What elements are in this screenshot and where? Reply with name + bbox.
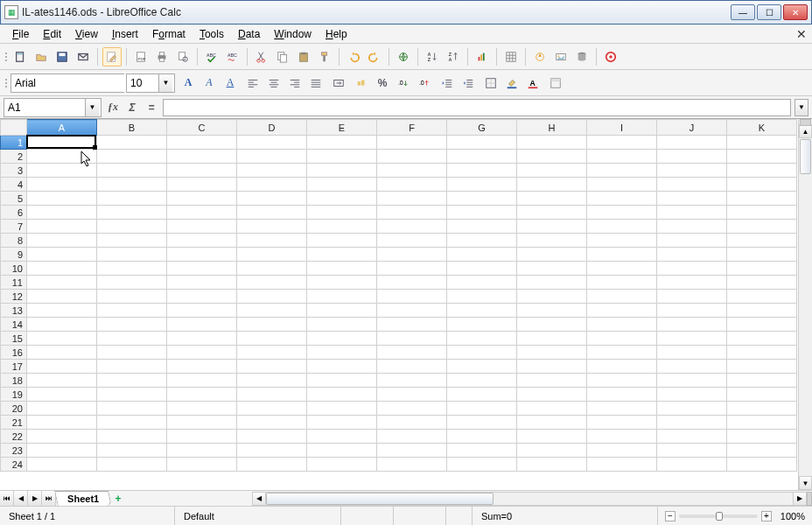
cell[interactable] (727, 192, 797, 206)
column-header[interactable]: B (97, 120, 167, 136)
cell[interactable] (27, 318, 97, 332)
cell[interactable] (517, 304, 587, 318)
save-button[interactable] (52, 47, 72, 66)
cell[interactable] (727, 304, 797, 318)
tab-last-button[interactable]: ⏭ (42, 491, 56, 506)
cell[interactable] (307, 444, 377, 458)
cell[interactable] (587, 136, 657, 150)
row-header[interactable]: 15 (1, 332, 27, 346)
row-header[interactable]: 13 (1, 304, 27, 318)
cell[interactable] (307, 388, 377, 402)
cell[interactable] (587, 290, 657, 304)
cell[interactable] (307, 234, 377, 248)
cell[interactable] (167, 262, 237, 276)
cell[interactable] (447, 346, 517, 360)
cell[interactable] (377, 192, 447, 206)
column-header[interactable]: C (167, 120, 237, 136)
cell[interactable] (167, 374, 237, 388)
cell[interactable] (587, 458, 657, 472)
cell[interactable] (97, 402, 167, 416)
cell[interactable] (447, 220, 517, 234)
cell[interactable] (587, 346, 657, 360)
new-document-button[interactable] (10, 47, 30, 66)
zoom-slider[interactable] (679, 514, 758, 518)
row-header[interactable]: 5 (1, 192, 27, 206)
cell[interactable] (237, 178, 307, 192)
cell[interactable] (377, 332, 447, 346)
format-paintbrush-button[interactable] (315, 47, 334, 66)
copy-button[interactable] (273, 47, 292, 66)
menu-view[interactable]: View (68, 26, 105, 42)
cell[interactable] (27, 332, 97, 346)
cell[interactable] (27, 444, 97, 458)
cell[interactable] (167, 332, 237, 346)
cell[interactable] (517, 374, 587, 388)
merge-cells-button[interactable] (329, 74, 348, 93)
row-header[interactable]: 7 (1, 220, 27, 234)
cell[interactable] (587, 318, 657, 332)
cell[interactable] (237, 458, 307, 472)
open-button[interactable] (32, 47, 51, 66)
cell[interactable] (657, 178, 727, 192)
row-header[interactable]: 6 (1, 206, 27, 220)
row-header[interactable]: 23 (1, 444, 27, 458)
row-header[interactable]: 3 (1, 164, 27, 178)
cell[interactable] (727, 136, 797, 150)
percent-button[interactable]: % (373, 74, 392, 93)
cell[interactable] (447, 304, 517, 318)
row-header[interactable]: 16 (1, 346, 27, 360)
scroll-up-button[interactable]: ▲ (799, 124, 812, 138)
cell[interactable] (167, 346, 237, 360)
cell[interactable] (727, 178, 797, 192)
cell[interactable] (447, 402, 517, 416)
cell[interactable] (237, 374, 307, 388)
cell[interactable] (167, 178, 237, 192)
cell[interactable] (587, 164, 657, 178)
cell[interactable] (447, 458, 517, 472)
font-size-combo[interactable]: ▼ (126, 74, 175, 93)
cell[interactable] (97, 164, 167, 178)
status-signature[interactable] (446, 507, 472, 525)
cell[interactable] (657, 136, 727, 150)
cell[interactable] (27, 178, 97, 192)
cell[interactable] (657, 430, 727, 444)
data-sources-button[interactable] (572, 47, 592, 66)
cell[interactable] (447, 374, 517, 388)
cell[interactable] (307, 290, 377, 304)
tab-next-button[interactable]: ▶ (28, 491, 42, 506)
toolbar-grip[interactable] (4, 47, 9, 66)
column-header[interactable]: D (237, 120, 307, 136)
cell[interactable] (97, 374, 167, 388)
cell[interactable] (307, 458, 377, 472)
cell-grid[interactable]: ABCDEFGHIJK12345678910111213141516171819… (0, 119, 797, 472)
row-header[interactable]: 19 (1, 388, 27, 402)
cell[interactable] (377, 346, 447, 360)
cell[interactable] (517, 402, 587, 416)
cell[interactable] (517, 388, 587, 402)
currency-button[interactable] (352, 74, 371, 93)
cell[interactable] (517, 164, 587, 178)
cell[interactable] (447, 360, 517, 374)
row-header[interactable]: 21 (1, 416, 27, 430)
cell[interactable] (307, 136, 377, 150)
cell[interactable] (447, 290, 517, 304)
cell[interactable] (307, 150, 377, 164)
row-header[interactable]: 4 (1, 178, 27, 192)
cell[interactable] (307, 206, 377, 220)
cell[interactable] (27, 276, 97, 290)
cell[interactable] (237, 290, 307, 304)
cell[interactable] (27, 234, 97, 248)
cell[interactable] (377, 262, 447, 276)
hyperlink-button[interactable] (394, 47, 413, 66)
row-header[interactable]: 10 (1, 262, 27, 276)
cell[interactable] (587, 402, 657, 416)
email-button[interactable] (74, 47, 93, 66)
cell[interactable] (27, 206, 97, 220)
cell[interactable] (587, 388, 657, 402)
cell[interactable] (97, 192, 167, 206)
cell[interactable] (27, 416, 97, 430)
cell[interactable] (587, 276, 657, 290)
horizontal-scrollbar[interactable]: ◀ ▶ (252, 491, 812, 506)
cut-button[interactable] (252, 47, 271, 66)
select-all-corner[interactable] (1, 120, 27, 136)
